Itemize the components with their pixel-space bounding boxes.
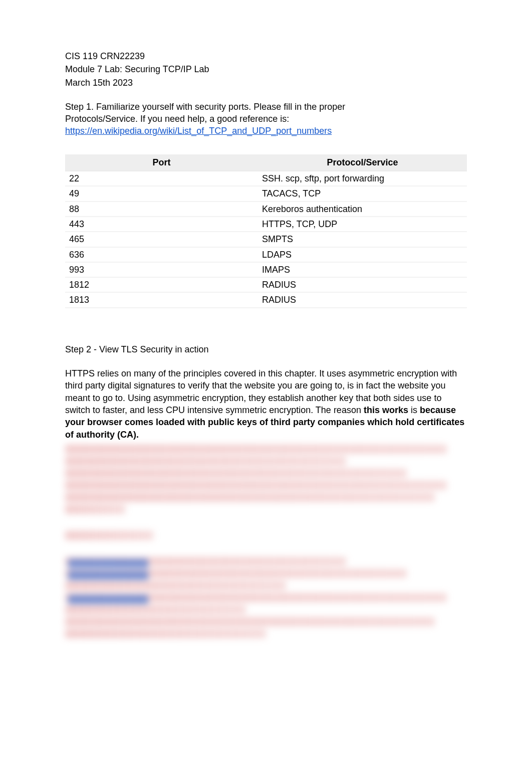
ports-table-container: Port Protocol/Service 22 SSH. scp, sftp,… [65, 154, 467, 308]
port-cell: 1813 [65, 292, 258, 307]
wikipedia-reference-link[interactable]: https://en.wikipedia.org/wiki/List_of_TC… [65, 126, 332, 136]
table-row: 636 LDAPS [65, 247, 467, 262]
port-cell: 1812 [65, 277, 258, 292]
table-row: 1813 RADIUS [65, 292, 467, 307]
step1-line1: Step 1. Familiarize yourself with securi… [65, 102, 345, 112]
protocol-cell: SSH. scp, sftp, port forwarding [258, 171, 467, 186]
protocol-cell: Kereboros authentication [258, 202, 467, 217]
port-cell: 636 [65, 247, 258, 262]
table-row: 49 TACACS, TCP [65, 186, 467, 201]
table-row: 993 IMAPS [65, 262, 467, 277]
protocol-cell: RADIUS [258, 292, 467, 307]
table-row: 443 HTTPS, TCP, UDP [65, 217, 467, 232]
port-header: Port [65, 154, 258, 171]
protocol-cell: TACACS, TCP [258, 186, 467, 201]
protocol-cell: IMAPS [258, 262, 467, 277]
table-row: 88 Kereboros authentication [65, 202, 467, 217]
port-cell: 465 [65, 232, 258, 247]
step2-paragraph: HTTPS relies on many of the principles c… [65, 367, 467, 441]
protocol-cell: SMPTS [258, 232, 467, 247]
port-cell: 993 [65, 262, 258, 277]
protocol-cell: HTTPS, TCP, UDP [258, 217, 467, 232]
port-cell: 22 [65, 171, 258, 186]
document-date: March 15th 2023 [65, 77, 467, 89]
obscured-content [65, 445, 467, 638]
table-row: 465 SMPTS [65, 232, 467, 247]
port-cell: 88 [65, 202, 258, 217]
course-code: CIS 119 CRN22239 [65, 50, 467, 62]
document-header: CIS 119 CRN22239 Module 7 Lab: Securing … [65, 50, 467, 89]
protocol-cell: LDAPS [258, 247, 467, 262]
protocol-cell: RADIUS [258, 277, 467, 292]
port-cell: 49 [65, 186, 258, 201]
step2-mid: is [408, 405, 420, 415]
step1-instructions: Step 1. Familiarize yourself with securi… [65, 101, 467, 137]
table-row: 22 SSH. scp, sftp, port forwarding [65, 171, 467, 186]
module-title: Module 7 Lab: Securing TCP/IP Lab [65, 63, 467, 75]
table-row: 1812 RADIUS [65, 277, 467, 292]
step2-title: Step 2 - View TLS Security in action [65, 343, 467, 355]
table-header-row: Port Protocol/Service [65, 154, 467, 171]
protocol-header: Protocol/Service [258, 154, 467, 171]
port-cell: 443 [65, 217, 258, 232]
ports-table: Port Protocol/Service 22 SSH. scp, sftp,… [65, 154, 467, 308]
step1-line2: Protocols/Service. If you need help, a g… [65, 114, 289, 124]
step2-bold1: this works [364, 405, 408, 415]
